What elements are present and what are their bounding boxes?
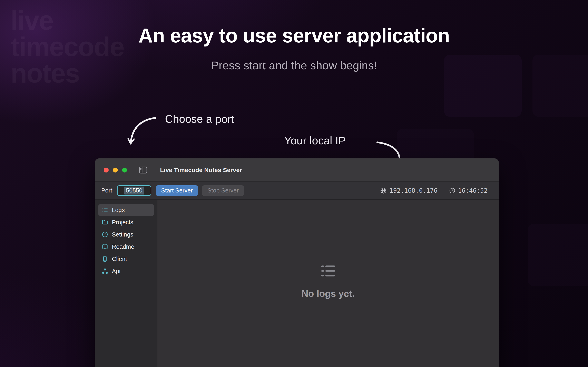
empty-state-text: No logs yet. xyxy=(302,288,355,299)
sidebar-item-label: Settings xyxy=(112,231,133,238)
traffic-lights xyxy=(104,167,127,173)
start-server-button[interactable]: Start Server xyxy=(156,185,198,196)
window-title: Live Timecode Notes Server xyxy=(160,167,242,174)
folder-icon xyxy=(102,219,108,225)
sidebar-item-label: Projects xyxy=(112,219,133,226)
sidebar-item-settings[interactable]: Settings xyxy=(98,229,154,240)
logs-panel: No logs yet. xyxy=(157,200,499,367)
window-titlebar: Live Timecode Notes Server xyxy=(95,158,499,182)
toolbar: Port: 50550 Start Server Stop Server 192… xyxy=(95,182,499,200)
globe-icon xyxy=(380,187,387,194)
local-ip-value: 192.168.0.176 xyxy=(389,187,438,194)
hero-subtitle: Press start and the show begins! xyxy=(0,59,588,72)
sidebar-item-label: Client xyxy=(112,256,127,262)
port-value: 50550 xyxy=(124,187,144,194)
list-icon xyxy=(102,207,108,213)
sidebar-item-client[interactable]: Client xyxy=(98,253,154,265)
sidebar-item-projects[interactable]: Projects xyxy=(98,216,154,228)
device-icon xyxy=(102,256,108,262)
port-input[interactable]: 50550 xyxy=(117,185,151,196)
close-window-button[interactable] xyxy=(104,167,109,173)
gauge-icon xyxy=(102,231,108,238)
sidebar-item-readme[interactable]: Readme xyxy=(98,241,154,253)
sidebar-item-label: Readme xyxy=(112,243,134,250)
marketing-background: live timecode notes An easy to use serve… xyxy=(0,0,588,367)
sidebar-item-api[interactable]: Api xyxy=(98,265,154,277)
zoom-window-button[interactable] xyxy=(122,167,127,173)
arrow-to-port-field xyxy=(131,118,156,143)
sidebar: Logs Projects Se xyxy=(95,200,157,367)
clock-icon xyxy=(449,187,456,194)
port-label: Port: xyxy=(101,187,114,194)
stop-server-button[interactable]: Stop Server xyxy=(202,185,244,196)
minimize-window-button[interactable] xyxy=(113,167,118,173)
app-window: Live Timecode Notes Server Port: 50550 S… xyxy=(95,158,499,367)
sidebar-item-logs[interactable]: Logs xyxy=(98,204,154,216)
sidebar-toggle-icon[interactable] xyxy=(139,166,147,174)
annotation-local-ip: Your local IP xyxy=(284,134,346,147)
api-nodes-icon xyxy=(102,268,108,275)
sidebar-item-label: Api xyxy=(112,268,121,275)
background-tile xyxy=(528,224,588,286)
annotation-choose-port: Choose a port xyxy=(165,113,234,125)
window-body: Logs Projects Se xyxy=(95,200,499,367)
clock-value: 16:46:52 xyxy=(458,187,488,194)
toolbar-status: 192.168.0.176 16:46:52 xyxy=(380,187,488,194)
empty-logs-icon xyxy=(320,263,336,279)
book-icon xyxy=(102,243,108,250)
sidebar-item-label: Logs xyxy=(112,207,125,213)
hero-title: An easy to use server application xyxy=(0,24,588,47)
